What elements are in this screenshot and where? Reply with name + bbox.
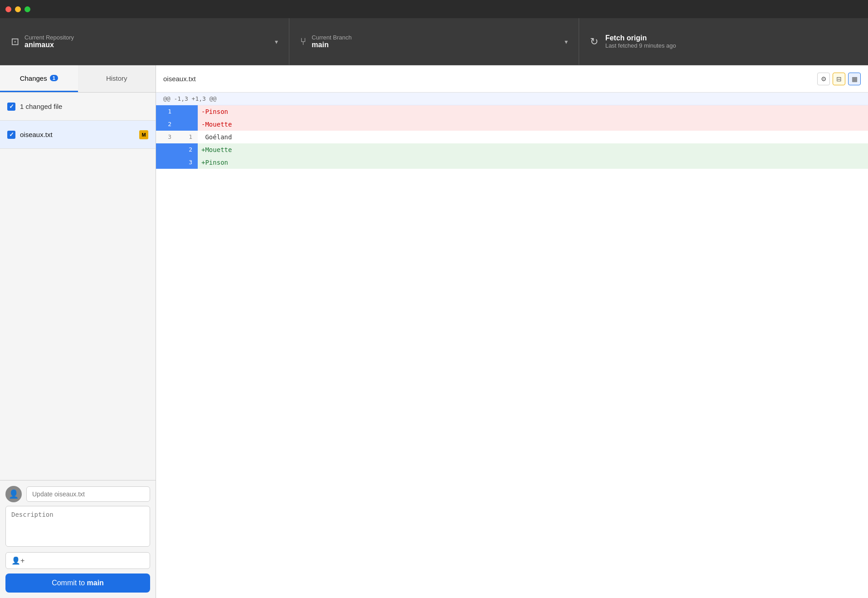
checkmark-icon: ✓	[9, 103, 14, 110]
tab-history[interactable]: History	[78, 65, 156, 92]
branch-label: Current Branch	[312, 34, 351, 41]
repo-value: animaux	[24, 41, 74, 49]
current-repository-section[interactable]: ⊡ Current Repository animaux ▾	[0, 18, 289, 65]
diff-line-added-2: 2 +Mouette	[156, 143, 868, 156]
diff-line-removed-2: 2 -Mouette	[156, 118, 868, 131]
diff-line-content-added-3: +Pinson	[198, 156, 868, 169]
commit-button-branch: main	[87, 579, 104, 587]
tab-changes-label: Changes	[20, 74, 47, 82]
select-all-checkbox[interactable]: ✓	[7, 103, 15, 111]
tab-history-label: History	[106, 74, 127, 82]
fetch-origin-section[interactable]: ↻ Fetch origin Last fetched 9 minutes ag…	[579, 18, 868, 65]
diff-chunk-header: @@ -1,3 +1,3 @@	[156, 93, 868, 105]
diff-line-content-3: Goéland	[198, 131, 868, 143]
diff-new-num-2	[177, 118, 198, 131]
diff-old-num-2: 2	[156, 118, 177, 131]
diff-old-num-1: 1	[156, 105, 177, 118]
coauthor-icon: 👤+	[11, 556, 24, 565]
diff-split-button[interactable]: ⊟	[833, 73, 845, 85]
coauthor-row[interactable]: 👤+	[5, 552, 150, 569]
current-branch-section[interactable]: ⑂ Current Branch main ▾	[289, 18, 579, 65]
branch-icon: ⑂	[300, 36, 306, 48]
main-content: Changes 1 History ✓ 1 changed file ✓ ois…	[0, 65, 868, 598]
title-bar	[0, 0, 868, 18]
commit-button[interactable]: Commit to main	[5, 573, 150, 593]
branch-value: main	[312, 41, 351, 49]
diff-line-removed-1: 1 -Pinson	[156, 105, 868, 118]
diff-controls: ⚙ ⊟ ▦	[817, 73, 861, 85]
file-list: ✓ oiseaux.txt M	[0, 121, 156, 480]
file-checkmark-icon: ✓	[9, 131, 14, 138]
fetch-sublabel: Last fetched 9 minutes ago	[605, 42, 676, 49]
changed-files-header: ✓ 1 changed file	[0, 93, 156, 121]
diff-old-num-added-2	[156, 143, 177, 156]
diff-area: oiseaux.txt ⚙ ⊟ ▦ @@ -1,3 +1,3 @@ 1 -Pin…	[156, 65, 868, 598]
diff-line-added-3: 3 +Pinson	[156, 156, 868, 169]
tabs: Changes 1 History	[0, 65, 156, 93]
repository-icon: ⊡	[11, 36, 19, 48]
branch-chevron-icon: ▾	[565, 38, 568, 45]
fetch-icon: ↻	[590, 36, 598, 48]
commit-row: 👤	[5, 486, 150, 502]
diff-new-num-1	[177, 105, 198, 118]
tab-changes[interactable]: Changes 1	[0, 65, 78, 92]
diff-filename: oiseaux.txt	[163, 75, 817, 83]
diff-old-num-added-3	[156, 156, 177, 169]
file-status-badge: M	[139, 130, 148, 139]
diff-content: @@ -1,3 +1,3 @@ 1 -Pinson 2 -Mouette 3 1…	[156, 93, 868, 598]
diff-old-num-3: 3	[156, 131, 177, 143]
commit-button-prefix: Commit to	[52, 579, 87, 587]
file-name: oiseaux.txt	[20, 131, 135, 138]
repo-label: Current Repository	[24, 34, 74, 41]
file-item-oiseaux[interactable]: ✓ oiseaux.txt M	[0, 121, 156, 149]
diff-line-content-2: -Mouette	[198, 118, 868, 131]
commit-description-input[interactable]	[5, 506, 150, 547]
diff-new-num-3: 1	[177, 131, 198, 143]
diff-line-context-1: 3 1 Goéland	[156, 131, 868, 143]
repo-chevron-icon: ▾	[275, 38, 278, 45]
changed-files-label: 1 changed file	[20, 103, 62, 110]
diff-line-content-added-2: +Mouette	[198, 143, 868, 156]
diff-new-num-added-3: 3	[177, 156, 198, 169]
diff-new-num-added-2: 2	[177, 143, 198, 156]
diff-settings-button[interactable]: ⚙	[817, 73, 830, 85]
commit-area: 👤 👤+ Commit to main	[0, 480, 156, 598]
avatar: 👤	[5, 486, 22, 502]
sidebar: Changes 1 History ✓ 1 changed file ✓ ois…	[0, 65, 156, 598]
minimize-button[interactable]	[15, 6, 21, 12]
tab-changes-badge: 1	[50, 75, 58, 81]
diff-header: oiseaux.txt ⚙ ⊟ ▦	[156, 65, 868, 93]
commit-message-input[interactable]	[26, 486, 150, 502]
diff-unified-button[interactable]: ▦	[848, 73, 861, 85]
toolbar: ⊡ Current Repository animaux ▾ ⑂ Current…	[0, 18, 868, 65]
file-checkbox[interactable]: ✓	[7, 131, 15, 139]
maximize-button[interactable]	[24, 6, 30, 12]
close-button[interactable]	[5, 6, 11, 12]
diff-line-content-1: -Pinson	[198, 105, 868, 118]
fetch-title: Fetch origin	[605, 34, 676, 42]
